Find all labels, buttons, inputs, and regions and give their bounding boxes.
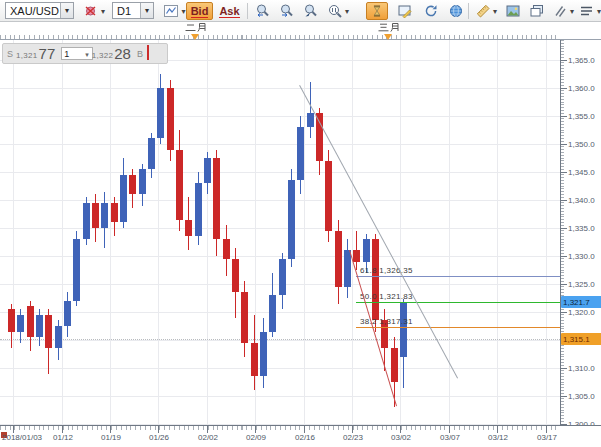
candle-body[interactable]: [241, 292, 248, 342]
h-gridline: [0, 312, 560, 313]
v-gridline: [400, 40, 401, 425]
price-axis[interactable]: 1,365.01,360.01,355.01,350.01,345.01,340…: [560, 40, 601, 425]
candle-body[interactable]: [288, 180, 295, 258]
zoom-out-button[interactable]: [252, 2, 274, 20]
candle-body[interactable]: [83, 203, 90, 239]
ask-toggle-button[interactable]: Ask: [216, 2, 243, 20]
refresh-button[interactable]: [420, 2, 442, 20]
candle-body[interactable]: [213, 158, 220, 239]
candle-body[interactable]: [157, 88, 164, 138]
candle-body[interactable]: [148, 138, 155, 169]
chevron-down-icon[interactable]: ▾: [60, 3, 73, 18]
time-axis-tick: [497, 426, 498, 433]
web-button[interactable]: [445, 2, 467, 20]
candle-body[interactable]: [204, 158, 211, 183]
h-gridline: [0, 368, 560, 369]
price-axis-tick: [561, 284, 567, 285]
zoom-area-button[interactable]: [300, 2, 322, 20]
candle-body[interactable]: [195, 183, 202, 236]
candle-body[interactable]: [167, 88, 174, 150]
time-axis[interactable]: 2018/01/0301/1201/1901/2602/0202/0902/16…: [0, 425, 601, 447]
candle-body[interactable]: [279, 259, 286, 295]
candle-body[interactable]: [335, 231, 342, 287]
bid-toggle-button[interactable]: Bid: [186, 2, 213, 20]
price-label: 1,355.0: [568, 112, 595, 121]
candle-body[interactable]: [176, 150, 183, 220]
ruler-button[interactable]: ▾: [472, 2, 500, 20]
candle-body[interactable]: [139, 169, 146, 194]
candle-body[interactable]: [111, 203, 118, 223]
v-gridline: [449, 40, 450, 425]
chevron-down-icon[interactable]: ▾: [101, 7, 105, 16]
month-ruler-ticks: [0, 35, 560, 39]
price-label: 1,330.0: [568, 252, 595, 261]
globe-icon: [448, 3, 464, 19]
candle-body[interactable]: [223, 239, 230, 259]
candle-body[interactable]: [17, 315, 24, 332]
ask-label: Ask: [219, 5, 239, 18]
month-marker-february[interactable]: [183, 22, 207, 40]
timer-button[interactable]: [366, 2, 388, 20]
quote-panel-accent: [147, 45, 149, 60]
cascade-windows-button[interactable]: [526, 2, 548, 20]
image-button[interactable]: [502, 2, 524, 20]
chevron-down-icon[interactable]: ▾: [140, 3, 153, 18]
candle-body[interactable]: [353, 250, 360, 261]
candle-body[interactable]: [307, 113, 314, 127]
annotation-button[interactable]: [394, 2, 416, 20]
price-label: 1,335.0: [568, 224, 595, 233]
chevron-down-icon[interactable]: ▾: [345, 7, 349, 16]
candle-body[interactable]: [269, 295, 276, 331]
fib-level-line[interactable]: [356, 276, 560, 277]
date-label: 02/02: [193, 433, 223, 442]
month-ruler[interactable]: [0, 22, 601, 40]
chart-type-button[interactable]: ▾: [160, 2, 189, 20]
line-tools-button[interactable]: ▾: [578, 2, 601, 20]
hourglass-icon: [370, 4, 384, 18]
candle-body[interactable]: [120, 175, 127, 223]
candle-body[interactable]: [391, 348, 398, 382]
candle-body[interactable]: [45, 315, 52, 349]
price-chart[interactable]: S 1,321 77 ▾ 1,322 28 B 61.8 1,326.3550.…: [0, 40, 560, 425]
zoom-in-button[interactable]: [276, 2, 298, 20]
symbol-combobox[interactable]: XAU/USD ▾: [5, 2, 74, 19]
candle-body[interactable]: [363, 239, 370, 261]
candle-body[interactable]: [400, 302, 407, 357]
sell-price-big[interactable]: 77: [39, 46, 56, 61]
buy-price-big[interactable]: 28: [114, 46, 131, 61]
fib-level-line[interactable]: [356, 302, 560, 303]
candle-body[interactable]: [101, 203, 108, 228]
zoom-menu-button[interactable]: ▾: [324, 2, 352, 20]
chevron-down-icon[interactable]: ▾: [570, 7, 574, 16]
chevron-down-icon[interactable]: ▾: [493, 7, 497, 16]
trendline[interactable]: [299, 85, 458, 378]
candle-body[interactable]: [372, 239, 379, 320]
candle-body[interactable]: [73, 239, 80, 301]
buy-price-small: 1,322: [89, 51, 115, 61]
candle-body[interactable]: [36, 315, 43, 337]
fib-level-line[interactable]: [356, 327, 560, 328]
candle-body[interactable]: [185, 220, 192, 237]
month-marker-march[interactable]: [376, 22, 400, 40]
fib-level-label: 50.0 1,321.83: [360, 292, 413, 301]
candle-body[interactable]: [129, 175, 136, 195]
candle-body[interactable]: [55, 326, 62, 348]
fib-level-label: 61.8 1,326.35: [360, 266, 413, 275]
candle-body[interactable]: [92, 203, 99, 228]
chevron-down-icon[interactable]: ▾: [597, 7, 601, 16]
alert-button[interactable]: ▾: [80, 2, 108, 20]
candle-body[interactable]: [251, 343, 258, 377]
candle-body[interactable]: [232, 259, 239, 293]
time-axis-tick: [400, 426, 401, 433]
candle-body[interactable]: [27, 306, 34, 337]
candle-body[interactable]: [297, 127, 304, 180]
candle-body[interactable]: [260, 332, 267, 377]
candle-body[interactable]: [64, 301, 71, 326]
chevron-down-icon[interactable]: ▾: [181, 7, 185, 16]
period-combobox[interactable]: D1 ▾: [112, 2, 154, 19]
candle-body[interactable]: [325, 161, 332, 231]
candle-body[interactable]: [8, 309, 15, 331]
freehand-draw-button[interactable]: ▾: [550, 2, 576, 20]
time-axis-tick: [255, 426, 256, 433]
price-label: 1,310.0: [568, 364, 595, 373]
